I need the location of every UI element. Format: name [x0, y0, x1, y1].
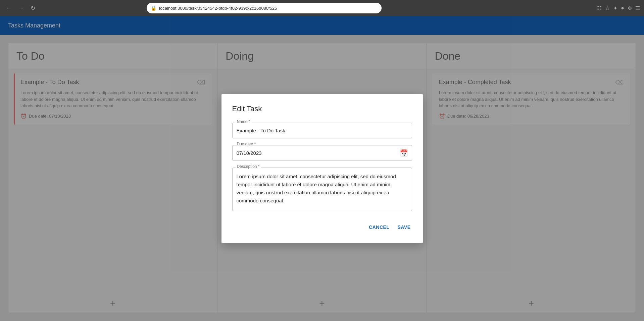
date-wrapper: 📅 — [232, 145, 412, 161]
calendar-icon: 📅 — [400, 149, 408, 157]
address-bar: 🔒 localhost:3000/task/03424542-bfdb-4f02… — [147, 3, 382, 13]
profile-icon[interactable]: ● — [621, 5, 624, 11]
edit-task-modal: Edit Task Name * Due date * 📅 Descriptio… — [221, 94, 423, 243]
save-button[interactable]: SAVE — [396, 222, 412, 233]
modal-overlay[interactable]: Edit Task Name * Due date * 📅 Descriptio… — [0, 16, 644, 321]
cancel-button[interactable]: CANCEL — [367, 222, 391, 233]
browser-right-icons: ☷ ☆ ✦ ● ✥ ☰ — [597, 5, 640, 11]
browser-chrome: ← → ↻ 🔒 localhost:3000/task/03424542-bfd… — [0, 0, 644, 16]
description-textarea[interactable] — [232, 168, 412, 211]
name-input[interactable] — [232, 123, 412, 138]
refresh-button[interactable]: ↻ — [28, 3, 38, 13]
bookmark-icon[interactable]: ☆ — [605, 5, 610, 11]
pocket-icon[interactable]: ✦ — [613, 5, 617, 11]
back-button[interactable]: ← — [4, 3, 13, 13]
forward-button[interactable]: → — [16, 3, 26, 13]
security-icon: 🔒 — [151, 5, 156, 11]
due-date-field-group: Due date * 📅 — [232, 145, 412, 161]
url-text: localhost:3000/task/03424542-bfdb-4f02-9… — [159, 6, 378, 11]
extension-icon[interactable]: ✥ — [628, 5, 632, 11]
name-label: Name * — [236, 119, 252, 124]
description-label: Description * — [236, 164, 261, 169]
menu-icon[interactable]: ☰ — [635, 5, 640, 11]
name-field-group: Name * — [232, 123, 412, 138]
modal-title: Edit Task — [232, 105, 412, 113]
modal-actions: CANCEL SAVE — [232, 222, 412, 233]
due-date-input[interactable] — [232, 145, 412, 161]
description-field-group: Description * — [232, 168, 412, 212]
reader-view-icon[interactable]: ☷ — [597, 5, 602, 11]
